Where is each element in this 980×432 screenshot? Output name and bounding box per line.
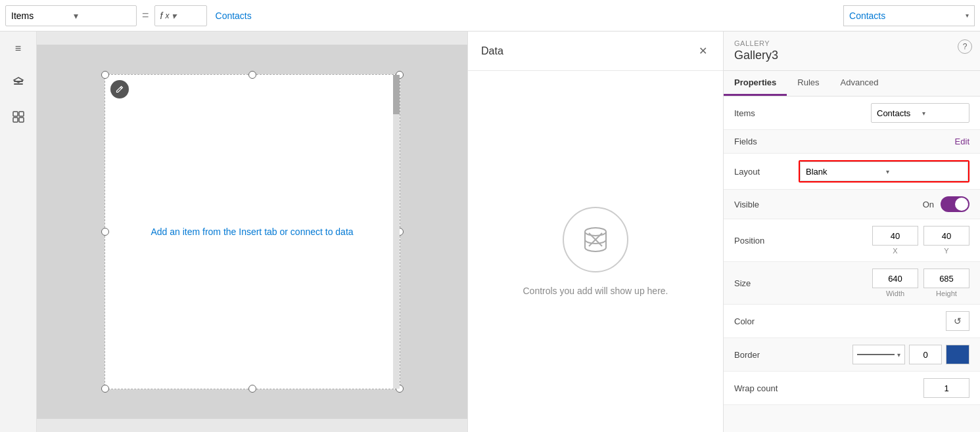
items-select[interactable]: Contacts ▾ — [871, 103, 969, 123]
position-y-input[interactable] — [923, 226, 969, 246]
help-button[interactable]: ? — [958, 39, 972, 54]
fields-edit-link[interactable]: Edit — [955, 137, 969, 146]
border-line — [857, 354, 895, 355]
prop-row-size: Size Width Height — [724, 262, 980, 305]
formula-bar[interactable]: f x ▾ — [154, 5, 207, 26]
layers-icon — [12, 77, 24, 89]
border-width-input[interactable] — [909, 345, 942, 364]
tab-rules[interactable]: Rules — [787, 71, 829, 96]
visible-on-label: On — [923, 200, 934, 209]
svg-rect-1 — [14, 83, 23, 85]
handle-mid-left[interactable] — [101, 228, 109, 236]
prop-row-visible: Visible On — [724, 190, 980, 219]
props-panel: GALLERY Gallery3 ? Properties Rules Adva… — [724, 32, 980, 432]
size-labels: Width Height — [872, 290, 969, 297]
items-dropdown[interactable]: Items ▾ — [5, 5, 137, 26]
data-empty-text: Controls you add will show up here. — [523, 286, 668, 296]
data-panel-title: Data — [481, 45, 503, 57]
position-prop-control: X Y — [799, 226, 969, 255]
hamburger-icon: ≡ — [15, 43, 21, 54]
border-style-select[interactable]: ▾ — [852, 345, 905, 364]
edit-button[interactable] — [110, 80, 129, 98]
sidebar-item-grid[interactable] — [7, 105, 30, 129]
left-sidebar: ≡ — [0, 32, 37, 432]
gallery-scrollbar-thumb — [393, 75, 400, 114]
tab-properties[interactable]: Properties — [724, 71, 787, 96]
border-style-chevron: ▾ — [897, 351, 900, 358]
db-icon-container — [563, 207, 628, 272]
tab-advanced[interactable]: Advanced — [830, 71, 889, 96]
items-dropdown-chevron: ▾ — [74, 11, 131, 21]
items-select-value: Contacts — [877, 108, 918, 118]
data-panel-close[interactable]: ✕ — [696, 42, 710, 60]
prop-row-wrap-count: Wrap count — [724, 372, 980, 405]
items-prop-control: Contacts ▾ — [799, 103, 969, 123]
visible-toggle[interactable] — [941, 196, 969, 212]
size-prop-control: Width Height — [799, 269, 969, 297]
items-select-chevron: ▾ — [922, 110, 964, 117]
grid-icon — [12, 111, 24, 123]
size-coord-pair: Width Height — [872, 269, 969, 297]
top-right-chevron: ▾ — [966, 12, 969, 19]
size-width-label: Width — [872, 290, 918, 297]
gallery-placeholder-text: Add an item from the Insert tab or conne… — [151, 227, 353, 237]
size-height-input[interactable] — [923, 269, 969, 288]
handle-top-left[interactable] — [101, 71, 109, 79]
prop-row-border: Border ▾ — [724, 338, 980, 372]
svg-rect-6 — [19, 118, 24, 122]
formula-chevron: ▾ — [172, 11, 176, 21]
toggle-thumb — [955, 198, 968, 211]
sidebar-item-menu[interactable]: ≡ — [7, 37, 30, 60]
props-header: GALLERY Gallery3 ? — [724, 32, 980, 71]
formula-x: x — [165, 11, 169, 20]
svg-point-7 — [585, 228, 606, 236]
data-panel-content: Controls you add will show up here. — [468, 71, 723, 432]
database-icon — [578, 223, 613, 257]
canvas-area: Add an item from the Insert tab or conne… — [37, 32, 467, 432]
formula-icon: f — [160, 11, 163, 21]
position-x-label: X — [872, 247, 918, 255]
position-coord-pair: X Y — [872, 226, 969, 255]
color-prop-control: ↺ — [799, 311, 969, 331]
position-x-input[interactable] — [872, 226, 918, 246]
canvas-frame: Add an item from the Insert tab or conne… — [37, 45, 467, 419]
border-color-swatch[interactable] — [946, 345, 969, 364]
size-inputs — [872, 269, 969, 288]
handle-bot-mid[interactable] — [248, 385, 256, 393]
layout-select-wrapper: Blank ▾ — [799, 160, 969, 183]
position-prop-label: Position — [734, 236, 793, 246]
wrap-count-prop-control — [799, 378, 969, 398]
wrap-count-input[interactable] — [923, 378, 969, 398]
border-prop-label: Border — [734, 350, 793, 360]
props-name: Gallery3 — [734, 49, 969, 62]
visible-prop-label: Visible — [734, 200, 793, 209]
top-right-label: Contacts — [849, 11, 885, 21]
prop-row-position: Position X Y — [724, 219, 980, 262]
handle-top-mid[interactable] — [248, 71, 256, 79]
svg-rect-4 — [19, 112, 24, 116]
border-prop-control: ▾ — [799, 345, 969, 364]
data-panel: Data ✕ Controls you add will show up her… — [467, 32, 724, 432]
props-tabs: Properties Rules Advanced — [724, 71, 980, 97]
svg-rect-3 — [13, 112, 18, 116]
gallery-control[interactable]: Add an item from the Insert tab or conne… — [105, 74, 400, 389]
sidebar-item-layers[interactable] — [7, 71, 30, 95]
gallery-scrollbar[interactable] — [393, 75, 400, 389]
color-swatch[interactable]: ↺ — [946, 311, 969, 331]
visible-prop-control: On — [799, 196, 969, 212]
top-right-dropdown[interactable]: Contacts ▾ — [843, 5, 975, 26]
color-prop-label: Color — [734, 316, 793, 326]
layout-select[interactable]: Blank ▾ — [800, 162, 968, 181]
formula-value-text: Contacts — [216, 11, 252, 21]
handle-bot-left[interactable] — [101, 385, 109, 393]
position-labels: X Y — [872, 247, 969, 255]
items-dropdown-label: Items — [11, 11, 68, 21]
formula-value-display[interactable]: Contacts — [210, 5, 530, 26]
fields-prop-control: Edit — [799, 137, 969, 146]
layout-prop-control: Blank ▾ — [799, 160, 969, 183]
prop-row-color: Color ↺ — [724, 305, 980, 338]
size-width-input[interactable] — [872, 269, 918, 288]
color-refresh-icon: ↺ — [954, 316, 962, 326]
props-body: Items Contacts ▾ Fields Edit Layout — [724, 97, 980, 432]
position-y-label: Y — [923, 247, 969, 255]
